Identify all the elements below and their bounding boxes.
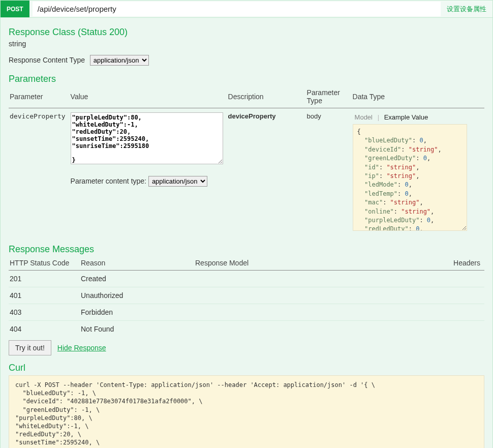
curl-title: Curl [9, 363, 484, 373]
endpoint-path[interactable]: /api/device/set/property [33, 2, 441, 16]
param-type: body [306, 108, 352, 235]
try-it-out-button[interactable]: Try it out! [9, 340, 51, 355]
operation-header[interactable]: POST /api/device/set/property 设置设备属性 [1, 1, 492, 18]
hide-response-link[interactable]: Hide Response [57, 344, 106, 352]
response-messages-title: Response Messages [9, 244, 484, 255]
col-headers: Headers [439, 257, 484, 271]
response-message-row: 404Not Found [9, 321, 484, 338]
response-content-type-select[interactable]: application/json [90, 55, 149, 66]
col-response-model: Response Model [194, 257, 439, 271]
col-parameter: Parameter [9, 86, 70, 108]
status-reason: Created [80, 271, 194, 287]
status-code: 404 [9, 321, 80, 338]
curl-output[interactable]: curl -X POST --header 'Content-Type: app… [9, 375, 484, 448]
status-code: 403 [9, 304, 80, 321]
tab-separator: | [378, 113, 379, 121]
response-class-type: string [9, 40, 484, 48]
col-parameter-type: Parameter Type [306, 86, 352, 108]
param-content-type-select[interactable]: application/json [148, 176, 207, 187]
col-description: Description [227, 86, 306, 108]
col-data-type: Data Type [352, 86, 484, 108]
status-reason: Forbidden [80, 304, 194, 321]
parameters-title: Parameters [9, 74, 484, 84]
col-value: Value [70, 86, 227, 108]
example-value-box[interactable]: { "blueLedDuty": 0, "deviceId": "string"… [353, 124, 467, 231]
parameter-row: deviceProperty Parameter content type: a… [9, 108, 484, 235]
response-messages-table: HTTP Status Code Reason Response Model H… [9, 257, 484, 337]
col-status-code: HTTP Status Code [9, 257, 80, 271]
status-reason: Unauthorized [80, 287, 194, 304]
response-message-row: 401Unauthorized [9, 287, 484, 304]
operation-summary: 设置设备属性 [441, 1, 492, 17]
response-content-type-label: Response Content Type [9, 56, 85, 64]
status-reason: Not Found [80, 321, 194, 338]
operation-panel: POST /api/device/set/property 设置设备属性 Res… [0, 0, 493, 448]
col-reason: Reason [80, 257, 194, 271]
tab-example-value[interactable]: Example Value [382, 112, 430, 122]
param-description: deviceProperty [227, 108, 306, 235]
http-method-badge: POST [1, 1, 29, 17]
response-class-title: Response Class (Status 200) [9, 27, 484, 38]
param-name: deviceProperty [9, 108, 70, 235]
response-content-type-row: Response Content Type application/json [9, 55, 484, 66]
parameters-table: Parameter Value Description Parameter Ty… [9, 86, 484, 235]
response-message-row: 403Forbidden [9, 304, 484, 321]
param-content-type-label: Parameter content type: [71, 177, 146, 185]
tab-model[interactable]: Model [353, 112, 375, 122]
param-value-textarea[interactable] [71, 112, 223, 164]
status-code: 401 [9, 287, 80, 304]
response-message-row: 201Created [9, 271, 484, 287]
status-code: 201 [9, 271, 80, 287]
